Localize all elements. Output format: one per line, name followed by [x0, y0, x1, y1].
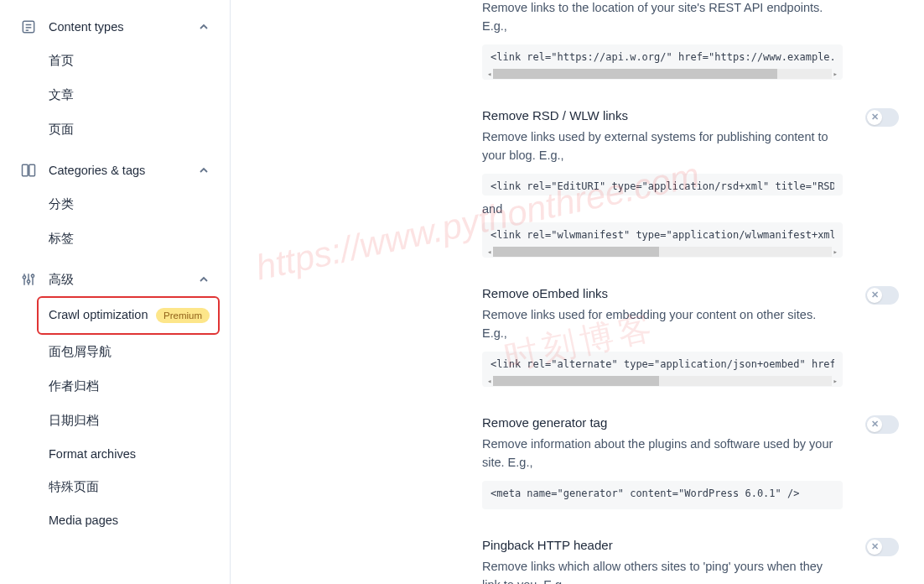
- nav-item-date-archives[interactable]: 日期归档: [10, 404, 220, 438]
- nav-item-posts[interactable]: 文章: [10, 78, 220, 112]
- setting-title: Pingback HTTP header: [482, 538, 613, 552]
- code-sample: <link rel="wlwmanifest" type="applicatio…: [482, 222, 843, 258]
- nav-item-home[interactable]: 首页: [10, 44, 220, 78]
- nav-item-pages[interactable]: 页面: [10, 112, 220, 147]
- setting-generator: Remove generator tag ✕ Remove informatio…: [482, 415, 899, 509]
- svg-rect-4: [23, 164, 29, 175]
- content-type-icon: [20, 18, 37, 35]
- svg-point-7: [23, 276, 25, 279]
- setting-desc: Remove links used for embedding your con…: [482, 305, 843, 343]
- nav-item-label: 分类: [49, 196, 74, 212]
- setting-title: Remove RSD / WLW links: [482, 108, 628, 123]
- nav-item-media-pages[interactable]: Media pages: [10, 504, 220, 536]
- chevron-up-icon: [198, 21, 210, 33]
- close-icon: ✕: [871, 112, 879, 122]
- close-icon: ✕: [871, 420, 879, 429]
- setting-desc: Remove information about the plugins and…: [482, 435, 843, 472]
- setting-rest-api-links: Remove links to the location of your sit…: [482, 0, 899, 80]
- sliders-icon: [20, 271, 37, 288]
- close-icon: ✕: [871, 542, 879, 551]
- svg-rect-5: [29, 164, 35, 175]
- nav-section-advanced[interactable]: 高级: [10, 263, 220, 296]
- nav-item-label: 首页: [49, 53, 74, 69]
- nav-item-label: Format archives: [49, 447, 136, 461]
- nav-item-category[interactable]: 分类: [10, 187, 220, 222]
- categories-icon: [20, 162, 37, 179]
- nav-section-content-types[interactable]: Content types: [10, 10, 220, 44]
- toggle-rsd-wlw[interactable]: ✕: [865, 108, 899, 127]
- code-sample: <link rel="alternate" type="application/…: [482, 352, 843, 387]
- nav-item-label: 日期归档: [49, 413, 99, 429]
- nav-item-special-pages[interactable]: 特殊页面: [10, 470, 220, 504]
- setting-title: Remove oEmbed links: [482, 286, 608, 300]
- chevron-up-icon: [198, 164, 210, 176]
- scrollbar[interactable]: [484, 246, 841, 258]
- nav-item-label: 页面: [49, 122, 74, 138]
- code-sample: <link rel="EditURI" type="application/rs…: [482, 174, 843, 196]
- nav-section-categories[interactable]: Categories & tags: [10, 154, 220, 187]
- sidebar: Content types 首页 文章 页面 Categories & tags…: [0, 0, 231, 584]
- svg-point-11: [31, 274, 34, 277]
- toggle-oembed[interactable]: ✕: [865, 286, 899, 305]
- nav-section-label: 高级: [49, 272, 186, 288]
- nav-item-label: 文章: [49, 87, 74, 103]
- setting-desc: Remove links used by external systems fo…: [482, 128, 843, 165]
- nav-item-crawl-optimization[interactable]: Crawl optimization Premium: [37, 296, 220, 335]
- nav-item-tag[interactable]: 标签: [10, 222, 220, 256]
- nav-item-label: Media pages: [49, 514, 118, 527]
- nav-item-label: 面包屑导航: [49, 344, 112, 360]
- toggle-pingback[interactable]: ✕: [865, 538, 899, 556]
- nav-item-author-archives[interactable]: 作者归档: [10, 369, 220, 404]
- nav-item-format-archives[interactable]: Format archives: [10, 438, 220, 470]
- nav-section-label: Content types: [49, 20, 186, 34]
- premium-badge: Premium: [156, 308, 210, 323]
- setting-pingback: Pingback HTTP header ✕ Remove links whic…: [482, 538, 899, 584]
- separator-and: and: [482, 202, 899, 216]
- nav-section-label: Categories & tags: [49, 164, 186, 177]
- setting-oembed: Remove oEmbed links ✕ Remove links used …: [482, 286, 899, 387]
- nav-item-breadcrumbs[interactable]: 面包屑导航: [10, 335, 220, 369]
- setting-desc: Remove links which allow others sites to…: [482, 557, 843, 584]
- close-icon: ✕: [871, 290, 879, 300]
- svg-point-9: [27, 280, 29, 283]
- chevron-up-icon: [198, 274, 210, 285]
- nav-item-label: Crawl optimization: [49, 307, 151, 324]
- scrollbar[interactable]: [484, 68, 841, 80]
- nav-item-label: 特殊页面: [49, 479, 99, 495]
- code-sample: <meta name="generator" content="WordPres…: [482, 481, 843, 509]
- setting-desc: Remove links to the location of your sit…: [482, 0, 843, 36]
- setting-rsd-wlw: Remove RSD / WLW links ✕ Remove links us…: [482, 108, 899, 258]
- code-sample: <link rel="https://api.w.org/" href="htt…: [482, 44, 843, 80]
- nav-item-label: 标签: [49, 231, 74, 247]
- scrollbar[interactable]: [484, 375, 841, 387]
- setting-title: Remove generator tag: [482, 415, 607, 430]
- main-content: Remove links to the location of your sit…: [231, 0, 924, 584]
- toggle-generator[interactable]: ✕: [865, 415, 899, 434]
- nav-item-label: 作者归档: [49, 378, 99, 394]
